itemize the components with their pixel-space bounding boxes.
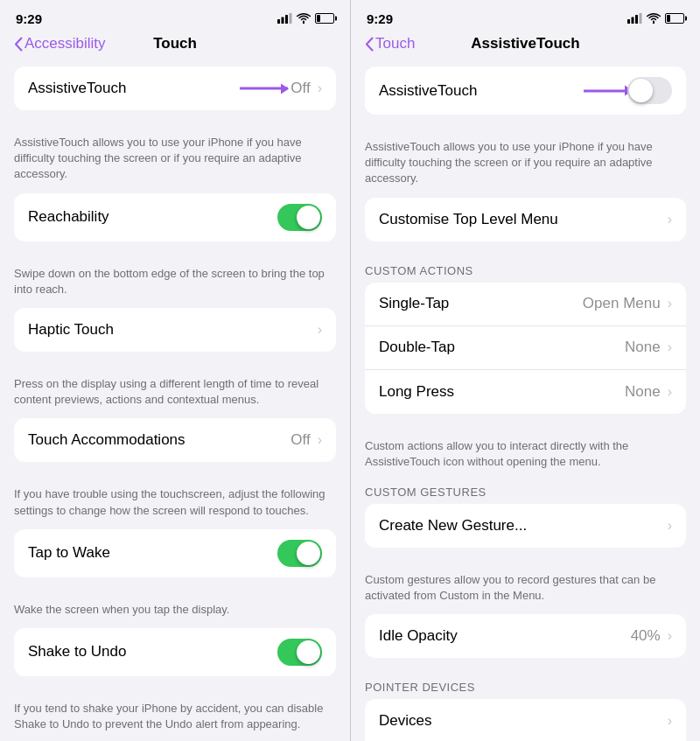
content-left: AssistiveTouch Off › AssistiveTouch allo… <box>0 59 350 741</box>
customise-label: Customise Top Level Menu <box>379 211 666 228</box>
devices-chevron: › <box>668 713 672 729</box>
assistive-touch-toggle-right[interactable] <box>627 77 672 104</box>
assistive-touch-value: Off <box>290 80 310 97</box>
row-haptic-touch[interactable]: Haptic Touch › <box>14 308 336 352</box>
wifi-icon-left <box>297 13 311 24</box>
haptic-touch-description: Press on the display using a different l… <box>0 369 350 418</box>
signal-icon-left <box>277 13 292 24</box>
touch-accommodations-label: Touch Accommodations <box>28 431 290 449</box>
custom-actions-description: Custom actions allow you to interact dir… <box>351 431 700 480</box>
long-press-value: None <box>625 383 661 401</box>
svg-rect-0 <box>277 19 280 24</box>
svg-rect-6 <box>635 15 638 24</box>
wifi-icon-right <box>647 13 661 24</box>
section-custom-actions: Single-Tap Open Menu › Double-Tap None ›… <box>365 283 686 414</box>
shake-to-undo-label: Shake to Undo <box>28 643 277 661</box>
reachability-toggle[interactable] <box>277 204 322 231</box>
row-double-tap[interactable]: Double-Tap None › <box>365 326 686 370</box>
tap-to-wake-description: Wake the screen when you tap the display… <box>0 595 350 628</box>
back-button-right[interactable]: Touch <box>365 35 415 52</box>
row-reachability[interactable]: Reachability <box>14 193 336 241</box>
reachability-toggle-thumb <box>297 206 320 229</box>
create-gesture-chevron: › <box>668 518 672 534</box>
back-label-left: Accessibility <box>24 35 106 52</box>
section-custom-gestures: Create New Gesture... › <box>365 504 686 548</box>
nav-bar-left: Accessibility Touch <box>0 31 350 59</box>
row-touch-accommodations[interactable]: Touch Accommodations Off › <box>14 418 336 462</box>
tap-to-wake-label: Tap to Wake <box>28 544 277 562</box>
row-single-tap[interactable]: Single-Tap Open Menu › <box>365 283 686 326</box>
svg-rect-1 <box>282 17 284 24</box>
row-long-press[interactable]: Long Press None › <box>365 370 686 414</box>
row-create-gesture[interactable]: Create New Gesture... › <box>365 504 686 548</box>
idle-opacity-label: Idle Opacity <box>379 627 631 645</box>
row-devices[interactable]: Devices › <box>365 699 686 741</box>
idle-opacity-chevron: › <box>668 628 672 644</box>
back-label-right: Touch <box>375 35 415 52</box>
arrow-shaft-right <box>584 89 632 92</box>
right-screen: 9:29 Touch Assist <box>350 0 700 741</box>
double-tap-chevron: › <box>668 339 672 355</box>
row-tap-to-wake[interactable]: Tap to Wake <box>14 529 336 577</box>
time-left: 9:29 <box>16 11 42 26</box>
row-idle-opacity[interactable]: Idle Opacity 40% › <box>365 614 686 658</box>
assistive-touch-description-right: AssistiveTouch allows you to use your iP… <box>351 132 700 198</box>
status-icons-right <box>627 13 684 24</box>
reachability-description: Swipe down on the bottom edge of the scr… <box>0 259 350 308</box>
arrow-annotation-left <box>240 87 288 90</box>
section-customise: Customise Top Level Menu › <box>365 198 686 241</box>
content-right: AssistiveTouch AssistiveTouch allows you… <box>351 59 700 741</box>
assistive-touch-chevron: › <box>318 80 322 96</box>
svg-rect-7 <box>640 13 642 24</box>
long-press-chevron: › <box>668 384 672 400</box>
arrow-annotation-right <box>584 89 632 92</box>
row-assistive-touch[interactable]: AssistiveTouch Off › <box>14 66 336 110</box>
battery-icon-left <box>315 13 334 24</box>
status-bar-right: 9:29 <box>351 0 700 31</box>
battery-icon-right <box>665 13 684 24</box>
svg-rect-2 <box>285 15 288 24</box>
svg-rect-4 <box>627 19 630 24</box>
shake-to-undo-description: If you tend to shake your iPhone by acci… <box>0 694 350 741</box>
section-haptic-touch: Haptic Touch › <box>14 308 336 352</box>
tap-to-wake-toggle-thumb <box>297 542 320 565</box>
tap-to-wake-toggle[interactable] <box>277 540 322 567</box>
haptic-touch-chevron: › <box>318 322 322 338</box>
touch-accommodations-description: If you have trouble using the touchscree… <box>0 479 350 528</box>
nav-bar-right: Touch AssistiveTouch <box>351 31 700 59</box>
create-gesture-label: Create New Gesture... <box>379 517 666 535</box>
row-shake-to-undo[interactable]: Shake to Undo <box>14 628 336 676</box>
single-tap-value: Open Menu <box>583 295 661 312</box>
arrow-head-left <box>281 83 289 94</box>
pointer-devices-header: POINTER DEVICES <box>351 675 700 699</box>
idle-opacity-value: 40% <box>631 627 661 645</box>
section-tap-to-wake: Tap to Wake <box>14 529 336 577</box>
section-assistive-touch-right: AssistiveTouch <box>365 66 686 115</box>
status-bar-left: 9:29 <box>0 0 350 31</box>
touch-accommodations-value: Off <box>290 431 310 449</box>
reachability-label: Reachability <box>28 208 277 226</box>
left-screen: 9:29 Accessibility <box>0 0 350 741</box>
double-tap-label: Double-Tap <box>379 339 625 356</box>
devices-label: Devices <box>379 712 666 730</box>
custom-actions-header: CUSTOM ACTIONS <box>351 259 700 283</box>
section-touch-accommodations: Touch Accommodations Off › <box>14 418 336 462</box>
shake-to-undo-toggle[interactable] <box>277 639 322 666</box>
single-tap-chevron: › <box>668 296 672 311</box>
time-right: 9:29 <box>367 11 393 26</box>
custom-gestures-description: Custom gestures allow you to record gest… <box>351 565 700 614</box>
haptic-touch-label: Haptic Touch <box>28 321 316 339</box>
back-chevron-right <box>365 37 374 52</box>
row-assistive-touch-right[interactable]: AssistiveTouch <box>365 66 686 115</box>
svg-rect-5 <box>632 17 634 24</box>
long-press-label: Long Press <box>379 383 625 401</box>
back-chevron-left <box>14 37 23 52</box>
status-icons-left <box>277 13 334 24</box>
back-button-left[interactable]: Accessibility <box>14 35 106 52</box>
section-idle-opacity: Idle Opacity 40% › <box>365 614 686 658</box>
section-assistive-touch: AssistiveTouch Off › <box>14 66 336 110</box>
single-tap-label: Single-Tap <box>379 295 583 312</box>
assistive-touch-description: AssistiveTouch allows you to use your iP… <box>0 128 350 193</box>
custom-gestures-header: CUSTOM GESTURES <box>351 480 700 504</box>
row-customise[interactable]: Customise Top Level Menu › <box>365 198 686 241</box>
